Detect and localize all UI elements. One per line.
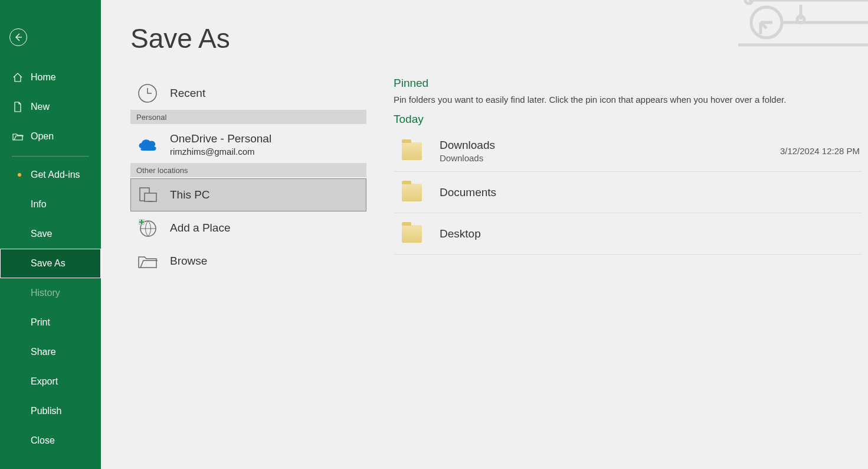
home-icon — [12, 71, 24, 83]
place-email: rimzhims@gmail.com — [170, 146, 271, 157]
sidebar-separator — [12, 156, 89, 157]
sidebar-item-save[interactable]: Save — [0, 219, 101, 249]
folder-name: Downloads — [440, 139, 495, 152]
sidebar-item-history[interactable]: History — [0, 278, 101, 308]
sidebar-item-label: Save — [31, 229, 52, 239]
decor-circuit-icon — [738, 0, 868, 53]
sidebar-item-label: Share — [31, 347, 56, 357]
sidebar-item-label: Save As — [31, 258, 65, 269]
sidebar-item-share[interactable]: Share — [0, 337, 101, 367]
place-label: This PC — [170, 188, 210, 201]
sidebar-item-open[interactable]: Open — [0, 122, 101, 151]
pinned-hint: Pin folders you want to easily find late… — [394, 95, 862, 105]
folder-panel: Pinned Pin folders you want to easily fi… — [394, 77, 862, 469]
page-title: Save As — [130, 22, 230, 54]
addins-new-badge-icon — [18, 173, 21, 177]
sidebar-item-new[interactable]: New — [0, 92, 101, 122]
section-header-personal: Personal — [130, 110, 366, 124]
place-label: Recent — [170, 87, 205, 100]
folder-date: 3/12/2024 12:28 PM — [780, 146, 860, 156]
place-recent[interactable]: Recent — [130, 77, 366, 110]
sidebar-item-save-as[interactable]: Save As — [0, 249, 101, 278]
back-arrow-icon — [14, 32, 23, 42]
folder-name: Desktop — [440, 227, 481, 240]
sidebar-item-label: Close — [31, 435, 55, 446]
sidebar-item-label: Info — [31, 199, 47, 210]
section-header-other: Other locations — [130, 163, 366, 177]
folder-row-documents[interactable]: Documents — [394, 172, 862, 213]
browse-icon — [137, 250, 158, 272]
this-pc-icon — [137, 184, 158, 206]
folder-row-desktop[interactable]: Desktop — [394, 213, 862, 255]
sidebar-item-publish[interactable]: Publish — [0, 396, 101, 426]
sidebar-item-label: Export — [31, 376, 58, 387]
place-browse[interactable]: Browse — [130, 245, 366, 278]
folder-row-downloads[interactable]: Downloads Downloads 3/12/2024 12:28 PM — [394, 131, 862, 172]
sidebar-item-label: Get Add-ins — [31, 170, 80, 180]
folder-path: Downloads — [440, 153, 495, 163]
folder-icon — [402, 225, 422, 243]
group-pinned-title: Pinned — [394, 77, 862, 90]
back-button[interactable] — [9, 28, 27, 46]
sidebar-item-export[interactable]: Export — [0, 367, 101, 396]
sidebar-item-home[interactable]: Home — [0, 63, 101, 92]
place-this-pc[interactable]: This PC — [130, 178, 366, 211]
places-column: Recent Personal OneDrive - Personal rimz… — [130, 77, 366, 469]
add-place-icon — [137, 217, 158, 239]
new-icon — [12, 101, 24, 113]
sidebar-item-label: Home — [31, 72, 56, 83]
place-onedrive[interactable]: OneDrive - Personal rimzhims@gmail.com — [130, 125, 366, 163]
sidebar-item-label: Publish — [31, 406, 61, 416]
group-today-title: Today — [394, 113, 862, 126]
sidebar-item-print[interactable]: Print — [0, 308, 101, 337]
sidebar-item-label: Open — [31, 131, 54, 142]
place-add-place[interactable]: Add a Place — [130, 211, 366, 245]
place-label: OneDrive - Personal — [170, 132, 271, 145]
place-label: Browse — [170, 255, 207, 268]
backstage-sidebar: Home New Open Get Add-ins Info Save Save… — [0, 0, 101, 469]
place-label: Add a Place — [170, 222, 230, 234]
sidebar-item-label: New — [31, 102, 50, 112]
svg-rect-10 — [145, 193, 156, 201]
main-area: Save As Recent Personal OneDrive - Perso… — [101, 0, 868, 469]
sidebar-item-info[interactable]: Info — [0, 190, 101, 219]
sidebar-item-label: History — [31, 288, 60, 298]
onedrive-icon — [137, 133, 158, 155]
sidebar-item-close[interactable]: Close — [0, 426, 101, 455]
sidebar-item-get-addins[interactable]: Get Add-ins — [0, 160, 101, 190]
folder-icon — [402, 142, 422, 160]
sidebar-item-label: Print — [31, 317, 50, 328]
clock-icon — [137, 83, 158, 104]
folder-name: Documents — [440, 186, 496, 199]
folder-icon — [402, 184, 422, 201]
open-icon — [12, 131, 24, 142]
